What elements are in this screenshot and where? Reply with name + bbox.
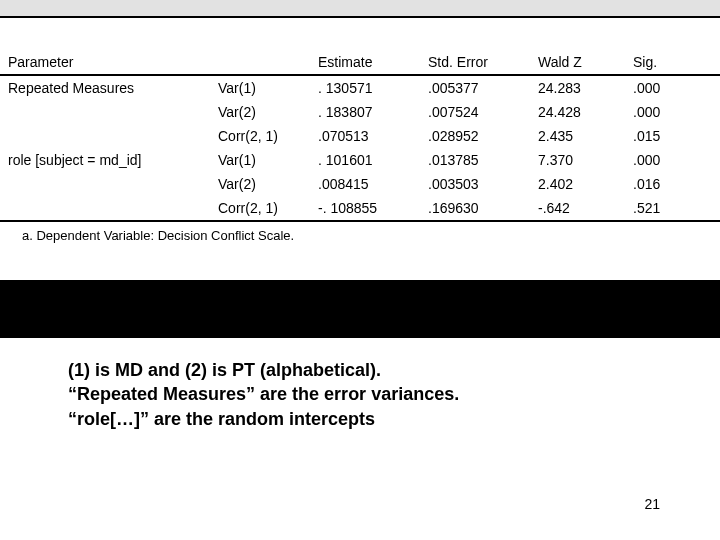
row-name: Var(1) — [210, 148, 310, 172]
row-name: Var(2) — [210, 100, 310, 124]
cell-stderr: .013785 — [420, 148, 530, 172]
cell-waldz: 24.283 — [530, 75, 625, 100]
table-header-row: Parameter Estimate Std. Error Wald Z Sig… — [0, 17, 720, 75]
col-waldz: Wald Z — [530, 17, 625, 75]
cell-estimate: . 101601 — [310, 148, 420, 172]
row-name: Var(2) — [210, 172, 310, 196]
table-row: Repeated Measures Var(1) . 130571 .00537… — [0, 75, 720, 100]
top-gray-band — [0, 0, 720, 16]
table-body: Repeated Measures Var(1) . 130571 .00537… — [0, 75, 720, 221]
cell-estimate: .008415 — [310, 172, 420, 196]
cell-sig: .521 — [625, 196, 720, 221]
cell-sig: .015 — [625, 124, 720, 148]
row-name: Corr(2, 1) — [210, 124, 310, 148]
caption-line-1: (1) is MD and (2) is PT (alphabetical). — [68, 358, 680, 382]
col-estimate: Estimate — [310, 17, 420, 75]
col-sig: Sig. — [625, 17, 720, 75]
group-label: role [subject = md_id] — [0, 148, 210, 221]
cell-sig: .000 — [625, 75, 720, 100]
page-number: 21 — [644, 496, 660, 512]
black-band — [0, 280, 720, 338]
cell-stderr: .005377 — [420, 75, 530, 100]
cell-estimate: . 130571 — [310, 75, 420, 100]
covariance-table-wrap: Parameter Estimate Std. Error Wald Z Sig… — [0, 16, 720, 243]
cell-waldz: 2.435 — [530, 124, 625, 148]
cell-stderr: .007524 — [420, 100, 530, 124]
cell-sig: .016 — [625, 172, 720, 196]
group-label: Repeated Measures — [0, 75, 210, 148]
cell-stderr: .028952 — [420, 124, 530, 148]
table-row: role [subject = md_id] Var(1) . 101601 .… — [0, 148, 720, 172]
cell-waldz: 2.402 — [530, 172, 625, 196]
cell-estimate: .070513 — [310, 124, 420, 148]
caption-line-2: “Repeated Measures” are the error varian… — [68, 382, 680, 406]
cell-estimate: . 183807 — [310, 100, 420, 124]
caption-block: (1) is MD and (2) is PT (alphabetical). … — [68, 358, 680, 431]
caption-line-3: “role[…]” are the random intercepts — [68, 407, 680, 431]
slide: Parameter Estimate Std. Error Wald Z Sig… — [0, 0, 720, 540]
cell-waldz: -.642 — [530, 196, 625, 221]
row-name: Corr(2, 1) — [210, 196, 310, 221]
col-stderr: Std. Error — [420, 17, 530, 75]
cell-sig: .000 — [625, 148, 720, 172]
cell-estimate: -. 108855 — [310, 196, 420, 221]
cell-sig: .000 — [625, 100, 720, 124]
col-parameter: Parameter — [0, 17, 310, 75]
cell-stderr: .169630 — [420, 196, 530, 221]
cell-stderr: .003503 — [420, 172, 530, 196]
covariance-table: Parameter Estimate Std. Error Wald Z Sig… — [0, 16, 720, 222]
table-footnote: a. Dependent Variable: Decision Conflict… — [0, 222, 720, 243]
row-name: Var(1) — [210, 75, 310, 100]
cell-waldz: 24.428 — [530, 100, 625, 124]
cell-waldz: 7.370 — [530, 148, 625, 172]
